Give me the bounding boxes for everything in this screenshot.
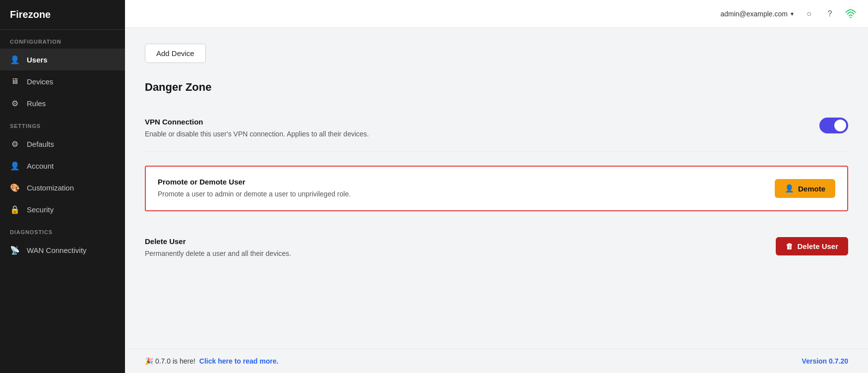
rules-icon: ⚙	[10, 98, 20, 108]
main-wrapper: admin@example.com ▾ ○ ? Add Device Dange…	[125, 0, 868, 373]
announcement-text: 🎉 0.7.0 is here!	[145, 357, 195, 365]
users-icon: 👤	[10, 55, 20, 64]
promote-demote-desc: Promote a user to admin or demote a user…	[158, 189, 763, 199]
sidebar-item-devices[interactable]: 🖥 Devices	[0, 70, 125, 92]
user-email: admin@example.com	[720, 10, 788, 18]
vpn-connection-title: VPN Connection	[145, 118, 807, 126]
vpn-toggle-action	[819, 118, 848, 133]
dropdown-icon: ▾	[791, 10, 794, 17]
demote-label: Demote	[798, 185, 825, 193]
delete-user-label: Delete User	[797, 242, 838, 250]
customization-icon: 🎨	[10, 183, 20, 192]
promote-demote-section: Promote or Demote User Promote a user to…	[145, 166, 848, 211]
add-device-button[interactable]: Add Device	[145, 44, 206, 63]
footer: 🎉 0.7.0 is here! Click here to read more…	[125, 349, 868, 373]
delete-user-button[interactable]: 🗑 Delete User	[776, 237, 848, 255]
delete-user-text: Delete User Permanently delete a user an…	[145, 237, 764, 259]
sidebar-section-settings: SETTINGS	[0, 114, 125, 133]
toggle-track	[819, 118, 848, 133]
vpn-toggle[interactable]	[819, 118, 848, 133]
security-icon: 🔒	[10, 204, 20, 214]
help-icon[interactable]: ?	[824, 8, 835, 19]
sidebar-item-wan-label: WAN Connectivity	[27, 246, 86, 254]
footer-announcement: 🎉 0.7.0 is here! Click here to read more…	[145, 357, 278, 365]
sidebar-item-rules-label: Rules	[27, 99, 46, 108]
trash-icon: 🗑	[786, 242, 793, 250]
announcement-link[interactable]: Click here to read more.	[199, 357, 279, 365]
sidebar-item-rules[interactable]: ⚙ Rules	[0, 92, 125, 114]
vpn-connection-text: VPN Connection Enable or disable this us…	[145, 118, 807, 139]
sidebar-section-diagnostics: DIAGNOSTICS	[0, 220, 125, 239]
sidebar: Firezone CONFIGURATION 👤 Users 🖥 Devices…	[0, 0, 125, 373]
promote-demote-text: Promote or Demote User Promote a user to…	[158, 178, 763, 199]
promote-demote-title: Promote or Demote User	[158, 178, 763, 186]
sidebar-item-account-label: Account	[27, 162, 54, 170]
vpn-connection-section: VPN Connection Enable or disable this us…	[145, 106, 848, 152]
circle-icon[interactable]: ○	[804, 8, 814, 19]
wifi-icon	[845, 8, 856, 19]
version-label: Version 0.7.20	[802, 357, 848, 365]
svg-point-0	[850, 16, 852, 18]
main-content: Add Device Danger Zone VPN Connection En…	[125, 28, 868, 349]
sidebar-item-wan-connectivity[interactable]: 📡 WAN Connectivity	[0, 239, 125, 261]
toggle-thumb	[834, 120, 846, 131]
wan-icon: 📡	[10, 245, 20, 255]
user-menu[interactable]: admin@example.com ▾	[720, 10, 794, 18]
defaults-icon: ⚙	[10, 139, 20, 149]
delete-user-desc: Permanently delete a user and all their …	[145, 249, 764, 259]
demote-button[interactable]: 👤 Demote	[775, 179, 835, 198]
sidebar-item-defaults-label: Defaults	[27, 140, 54, 148]
sidebar-item-users[interactable]: 👤 Users	[0, 49, 125, 70]
sidebar-item-customization[interactable]: 🎨 Customization	[0, 177, 125, 198]
sidebar-section-configuration: CONFIGURATION	[0, 30, 125, 49]
delete-user-section: Delete User Permanently delete a user an…	[145, 225, 848, 271]
sidebar-item-users-label: Users	[27, 56, 48, 64]
devices-icon: 🖥	[10, 76, 20, 86]
vpn-connection-desc: Enable or disable this user's VPN connec…	[145, 129, 807, 139]
sidebar-item-devices-label: Devices	[27, 77, 53, 86]
delete-user-action: 🗑 Delete User	[776, 237, 848, 255]
danger-zone-title: Danger Zone	[145, 81, 848, 94]
demote-icon: 👤	[785, 184, 794, 193]
delete-user-title: Delete User	[145, 237, 764, 246]
sidebar-item-security[interactable]: 🔒 Security	[0, 198, 125, 220]
account-icon: 👤	[10, 161, 20, 171]
topbar: admin@example.com ▾ ○ ?	[125, 0, 868, 28]
sidebar-item-security-label: Security	[27, 205, 54, 214]
app-logo: Firezone	[0, 0, 125, 30]
sidebar-item-defaults[interactable]: ⚙ Defaults	[0, 133, 125, 155]
sidebar-item-account[interactable]: 👤 Account	[0, 155, 125, 177]
sidebar-item-customization-label: Customization	[27, 184, 74, 192]
